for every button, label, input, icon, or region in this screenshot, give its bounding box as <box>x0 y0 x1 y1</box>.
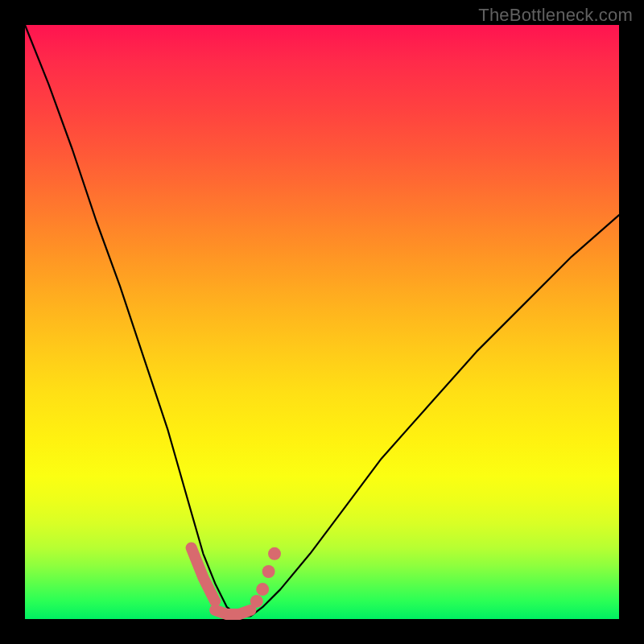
bottleneck-curve <box>25 25 619 616</box>
curve-layer <box>25 25 619 619</box>
marker-right-dots <box>250 547 281 608</box>
marker-dot <box>250 595 263 608</box>
watermark-text: TheBottleneck.com <box>478 5 633 26</box>
plot-area <box>25 25 619 619</box>
marker-dot <box>262 565 275 578</box>
marker-dot <box>268 547 281 560</box>
marker-floor-segment <box>215 610 250 614</box>
chart-stage: TheBottleneck.com <box>0 0 644 644</box>
marker-dot <box>256 583 269 596</box>
